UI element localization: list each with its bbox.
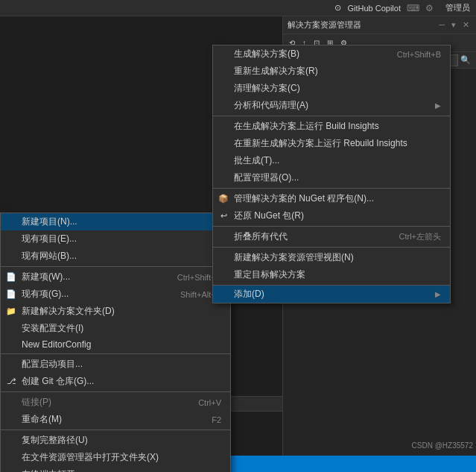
menu-build-insights[interactable]: 在生成解决方案上运行 Build Insights <box>213 118 450 135</box>
menu-copy-path[interactable]: 复制完整路径(U) <box>1 432 230 449</box>
close-button[interactable]: ✕ <box>460 19 472 31</box>
top-bar-icon2: ⚙ <box>425 3 434 13</box>
menu-batch-build[interactable]: 批生成(T)... <box>213 152 450 169</box>
menu-install-config[interactable]: 安装配置文件(I) <box>1 320 230 337</box>
new-item-icon: 📄 <box>5 272 17 282</box>
admin-label[interactable]: 管理员 <box>445 2 470 13</box>
menu-rebuild-insights[interactable]: 在重新生成解决方案上运行 Rebuild Insights <box>213 135 450 152</box>
watermark-text: CSDN @HZ35572 <box>412 441 473 450</box>
menu-create-git[interactable]: ⎇ 创建 Git 仓库(G)... <box>1 373 230 390</box>
folder-icon: 📁 <box>5 306 17 316</box>
menu-separator-4 <box>213 247 450 248</box>
menu-existing-website[interactable]: 现有网站(B)... <box>1 248 230 265</box>
add-menu-sep4 <box>1 429 230 430</box>
menu-manage-nuget[interactable]: 📦 管理解决方案的 NuGet 程序包(N)... <box>213 190 450 207</box>
menu-separator-2 <box>213 188 450 189</box>
menu-open-terminal[interactable]: 在终端中打开 <box>1 466 230 472</box>
github-copilot-label[interactable]: GitHub Copilot <box>347 4 401 13</box>
menu-existing-item[interactable]: 📄 现有项(G)... Shift+Alt+A <box>1 286 230 303</box>
menu-generate-solution[interactable]: 生成解决方案(B) Ctrl+Shift+B <box>213 45 450 63</box>
menu-analyze-clean[interactable]: 分析和代码清理(A) ▶ <box>213 97 450 114</box>
github-copilot-icon: ⊙ <box>334 3 341 13</box>
nuget-icon: 📦 <box>218 194 229 204</box>
menu-config-startup[interactable]: 配置启动项目... <box>1 356 230 373</box>
panel-controls: ─ ▾ ✕ <box>437 19 472 31</box>
solution-context-menu: 生成解决方案(B) Ctrl+Shift+B 重新生成解决方案(R) 清理解决方… <box>212 45 451 303</box>
menu-separator-3 <box>213 226 450 227</box>
menu-config-manager[interactable]: 配置管理器(O)... <box>213 169 450 186</box>
add-menu-sep3 <box>1 391 230 392</box>
search-icon[interactable]: 🔍 <box>458 54 473 66</box>
solution-panel-header: 解决方案资源管理器 ─ ▾ ✕ <box>283 16 476 34</box>
menu-rename[interactable]: 重命名(M) F2 <box>1 411 230 428</box>
menu-open-in-explorer[interactable]: 在文件资源管理器中打开文件夹(X) <box>1 449 230 466</box>
menu-button[interactable]: ▾ <box>449 19 458 31</box>
menu-new-project[interactable]: 新建项目(N)... <box>1 213 230 230</box>
menu-clean-solution[interactable]: 清理解决方案(C) <box>213 80 450 97</box>
menu-new-explorer[interactable]: 新建解决方案资源管理视图(N) <box>213 249 450 266</box>
add-submenu: 新建项目(N)... 现有项目(E)... 现有网站(B)... 📄 新建项(W… <box>0 213 231 472</box>
git-icon: ⎇ <box>5 377 17 386</box>
add-menu-sep1 <box>1 266 230 267</box>
menu-fold-all[interactable]: 折叠所有代代 Ctrl+左箭头 <box>213 228 450 245</box>
top-bar-icon1: ⌨ <box>407 3 419 13</box>
menu-new-editorconfig[interactable]: New EditorConfig <box>1 337 230 352</box>
menu-existing-project[interactable]: 现有项目(E)... <box>1 230 230 248</box>
menu-new-folder[interactable]: 📁 新建解决方案文件夹(D) <box>1 303 230 320</box>
menu-new-item[interactable]: 📄 新建项(W)... Ctrl+Shift+A <box>1 268 230 286</box>
menu-restore-nuget[interactable]: ↩ 还原 NuGet 包(R) <box>213 207 450 224</box>
watermark: CSDN @HZ35572 <box>412 441 473 450</box>
menu-separator-1 <box>213 116 450 116</box>
solution-panel-title: 解决方案资源管理器 <box>288 19 361 31</box>
restore-icon: ↩ <box>218 211 229 221</box>
pin-button[interactable]: ─ <box>437 19 447 31</box>
menu-link[interactable]: 链接(P) Ctrl+V <box>1 394 230 411</box>
menu-regenerate-solution[interactable]: 重新生成解决方案(R) <box>213 63 450 80</box>
existing-item-icon: 📄 <box>5 289 17 299</box>
menu-retarget[interactable]: 重定目标解决方案 <box>213 266 450 283</box>
top-bar: ⊙ GitHub Copilot ⌨ ⚙ 管理员 <box>0 0 476 16</box>
menu-add[interactable]: 添加(D) ▶ <box>213 285 450 303</box>
add-menu-sep2 <box>1 353 230 354</box>
